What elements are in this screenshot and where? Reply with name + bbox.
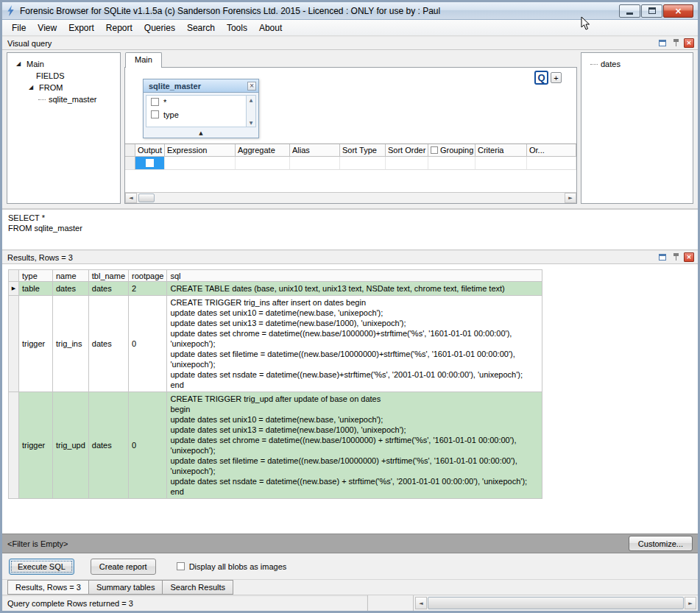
- qgrid-col-criteria[interactable]: Criteria: [475, 144, 527, 157]
- menu-file[interactable]: File: [6, 21, 32, 35]
- cell-name[interactable]: trig_ins: [53, 296, 89, 392]
- menu-export[interactable]: Export: [63, 21, 100, 35]
- hscroll-thumb[interactable]: [138, 194, 155, 202]
- alias-cell[interactable]: [290, 157, 340, 170]
- expander-icon[interactable]: ◢: [29, 84, 36, 91]
- output-cell-selected[interactable]: [135, 157, 165, 170]
- scroll-left-icon[interactable]: ◄: [415, 597, 427, 609]
- or-cell[interactable]: [527, 157, 576, 170]
- tab-summary-tables[interactable]: Summary tables: [88, 580, 163, 595]
- result-row-trig-upd[interactable]: trigger trig_upd dates 0 CREATE TRIGGER …: [9, 392, 542, 499]
- criteria-grid-row[interactable]: [125, 157, 576, 170]
- col-sql[interactable]: sql: [167, 270, 542, 282]
- qgrid-col-grouping[interactable]: Grouping: [428, 144, 475, 157]
- cell-type[interactable]: trigger: [19, 392, 53, 499]
- tab-search-results[interactable]: Search Results: [162, 580, 233, 595]
- designer-hscrollbar[interactable]: ◄ ►: [125, 192, 576, 203]
- qgrid-col-or[interactable]: Or...: [527, 144, 576, 157]
- col-rootpage[interactable]: rootpage: [129, 270, 167, 282]
- tree-item-from[interactable]: ◢ FROM: [7, 82, 120, 93]
- maximize-button[interactable]: [641, 4, 662, 18]
- sql-editor[interactable]: SELECT * FROM sqlite_master: [2, 208, 698, 250]
- add-table-button[interactable]: +: [551, 72, 562, 83]
- sort-order-cell[interactable]: [386, 157, 428, 170]
- aggregate-cell[interactable]: [236, 157, 290, 170]
- close-panel-icon[interactable]: ×: [684, 252, 694, 262]
- cell-type[interactable]: trigger: [19, 296, 53, 392]
- qgrid-col-sort-order[interactable]: Sort Order: [386, 144, 428, 157]
- tree-item-dates[interactable]: dates: [581, 58, 693, 70]
- grouping-cell[interactable]: [428, 157, 475, 170]
- criteria-cell[interactable]: [475, 157, 527, 170]
- cell-sql[interactable]: CREATE TRIGGER trig_upd after update of …: [167, 392, 542, 499]
- table-widget-sqlite-master[interactable]: sqlite_master × * ty: [143, 79, 259, 138]
- hscroll-track[interactable]: [155, 193, 565, 203]
- qgrid-col-expression[interactable]: Expression: [165, 144, 236, 157]
- cell-sql[interactable]: CREATE TRIGGER trig_ins after insert on …: [167, 296, 542, 392]
- field-checkbox[interactable]: [151, 110, 159, 118]
- scroll-right-icon[interactable]: ►: [565, 193, 576, 203]
- table-close-icon[interactable]: ×: [247, 82, 256, 91]
- hscroll-thumb[interactable]: [428, 597, 684, 609]
- scroll-up-hint-icon[interactable]: ▲: [144, 130, 258, 138]
- qgrid-col-sort-type[interactable]: Sort Type: [340, 144, 386, 157]
- expression-cell[interactable]: [165, 157, 236, 170]
- result-row-dates[interactable]: ▶ table dates dates 2 CREATE TABLE dates…: [9, 282, 542, 296]
- col-name[interactable]: name: [53, 270, 89, 282]
- expander-icon[interactable]: ◢: [16, 60, 24, 68]
- cell-rootpage[interactable]: 0: [129, 392, 167, 499]
- menu-search[interactable]: Search: [181, 21, 221, 35]
- field-row-type[interactable]: type: [146, 108, 246, 121]
- float-window-icon[interactable]: [657, 38, 668, 48]
- pin-icon[interactable]: [671, 252, 681, 262]
- field-row-star[interactable]: *: [146, 96, 246, 108]
- float-window-icon[interactable]: [657, 252, 668, 262]
- pin-icon[interactable]: [671, 38, 681, 48]
- cell-name[interactable]: dates: [53, 282, 89, 296]
- cell-type[interactable]: table: [19, 282, 53, 296]
- cell-tbl-name[interactable]: dates: [88, 296, 128, 392]
- close-button[interactable]: ×: [663, 4, 693, 18]
- scroll-down-icon[interactable]: ▼: [250, 120, 253, 125]
- customize-button[interactable]: Customize...: [629, 536, 693, 551]
- execute-sql-button[interactable]: Execute SQL: [9, 559, 74, 575]
- result-row-trig-ins[interactable]: trigger trig_ins dates 0 CREATE TRIGGER …: [9, 296, 542, 392]
- qgrid-col-alias[interactable]: Alias: [290, 144, 340, 157]
- tree-item-main[interactable]: ◢ Main: [7, 58, 120, 70]
- sort-type-cell[interactable]: [340, 157, 386, 170]
- col-type[interactable]: type: [19, 270, 53, 282]
- qgrid-col-aggregate[interactable]: Aggregate: [236, 144, 290, 157]
- field-list-scrollbar[interactable]: ▲ ▼: [246, 96, 255, 127]
- qgrid-col-output[interactable]: Output: [135, 144, 165, 157]
- menu-about[interactable]: About: [253, 21, 288, 35]
- scroll-up-icon[interactable]: ▲: [250, 97, 253, 102]
- col-tbl-name[interactable]: tbl_name: [88, 270, 128, 282]
- scroll-left-icon[interactable]: ◄: [125, 193, 137, 203]
- tree-item-fields[interactable]: FIELDS: [7, 70, 120, 82]
- table-widget-header[interactable]: sqlite_master ×: [144, 79, 258, 93]
- field-checkbox[interactable]: [151, 98, 159, 106]
- designer-canvas[interactable]: Q + sqlite_master × *: [125, 68, 576, 144]
- cell-rootpage[interactable]: 0: [129, 296, 167, 392]
- status-hscrollbar[interactable]: ◄ ►: [414, 595, 698, 611]
- cell-name[interactable]: trig_upd: [53, 392, 89, 499]
- tree-item-sqlite-master[interactable]: sqlite_master: [7, 93, 120, 105]
- tab-results[interactable]: Results, Rows = 3: [7, 580, 89, 595]
- menu-view[interactable]: View: [32, 21, 63, 35]
- menu-report[interactable]: Report: [100, 21, 138, 35]
- menu-tools[interactable]: Tools: [221, 21, 253, 35]
- query-properties-button[interactable]: Q: [534, 71, 548, 85]
- grouping-checkbox[interactable]: [431, 146, 438, 154]
- scroll-right-icon[interactable]: ►: [685, 597, 696, 609]
- cell-rootpage[interactable]: 2: [129, 282, 167, 296]
- tab-main[interactable]: Main: [125, 52, 162, 68]
- cell-sql[interactable]: CREATE TABLE dates (base, unix10 text, u…: [167, 282, 542, 296]
- close-panel-icon[interactable]: ×: [684, 38, 694, 48]
- output-checkbox[interactable]: [146, 159, 154, 167]
- cell-tbl-name[interactable]: dates: [88, 392, 128, 499]
- create-report-button[interactable]: Create report: [91, 559, 156, 575]
- blobs-checkbox[interactable]: [177, 562, 185, 570]
- minimize-button[interactable]: [619, 4, 640, 18]
- cell-tbl-name[interactable]: dates: [88, 282, 128, 296]
- titlebar[interactable]: Forensic Browser for SQLite v1.1.5a (c) …: [2, 2, 698, 20]
